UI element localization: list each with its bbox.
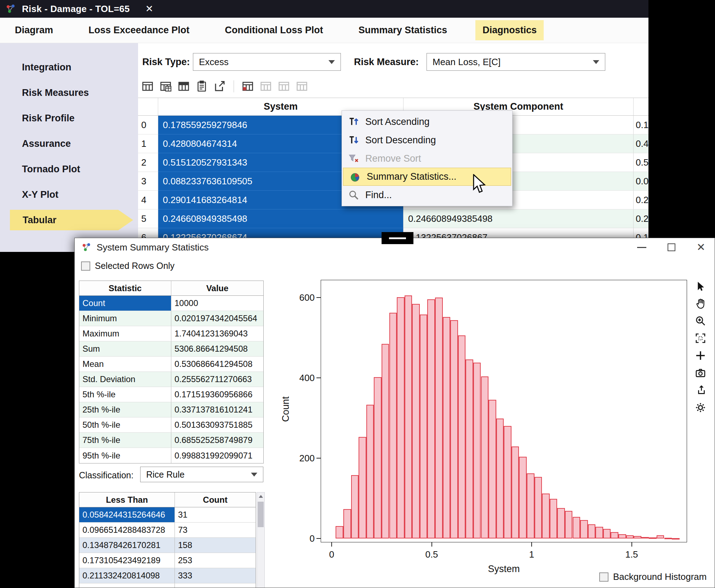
context-menu-item-sort-descending[interactable]: Sort Descending	[342, 131, 512, 149]
stat-value-cell[interactable]: 0.171519360956866	[171, 387, 263, 402]
scrollbar[interactable]	[257, 492, 265, 588]
checkbox-unchecked-icon[interactable]	[599, 572, 608, 582]
third-column-cell[interactable]: 0.4	[634, 134, 648, 153]
class-count-cell[interactable]: 333	[175, 568, 256, 583]
snapshot-camera-icon[interactable]	[694, 367, 707, 379]
stat-value-cell[interactable]: 10000	[171, 296, 263, 311]
class-count-cell[interactable]: 253	[175, 553, 256, 568]
sort-ascending-icon	[342, 116, 365, 127]
stat-name-cell[interactable]: Minimum	[79, 311, 171, 326]
selected-rows-only-checkbox[interactable]: Selected Rows Only	[81, 261, 175, 271]
window-drag-handle[interactable]	[382, 232, 413, 244]
less-than-cell[interactable]: 0.0966514288483728	[79, 523, 175, 537]
pan-hand-tool-icon[interactable]	[694, 297, 707, 310]
checkbox-unchecked-icon[interactable]	[81, 261, 90, 271]
menu-tab-diagram[interactable]: Diagram	[8, 20, 60, 40]
fit-view-icon[interactable]	[694, 332, 707, 345]
row-header[interactable]: 5	[138, 209, 158, 228]
stat-value-cell[interactable]: 0.685525258749879	[171, 433, 263, 448]
row-header[interactable]: 4	[138, 191, 158, 209]
sidebar-item-tabular[interactable]: Tabular	[0, 207, 138, 233]
sidebar-item-label: X-Y Plot	[22, 189, 58, 200]
menu-tab-summary-statistics[interactable]: Summary Statistics	[351, 20, 454, 40]
maximize-icon[interactable]	[668, 243, 675, 251]
paste-icon[interactable]	[195, 80, 208, 93]
format-table-icon[interactable]	[241, 80, 254, 93]
sidebar-item-integration[interactable]: Integration	[0, 54, 138, 80]
less-than-cell[interactable]: 0.134878426170281	[79, 538, 175, 553]
histogram-plot[interactable]: 00.511.50200400600	[321, 280, 687, 542]
third-column-cell[interactable]: 0.2	[634, 191, 648, 209]
select-table-icon[interactable]	[177, 80, 190, 93]
dialog-title: System Summary Statistics	[97, 242, 208, 253]
third-column-cell[interactable]: 0.2	[634, 209, 648, 228]
row-header[interactable]: 2	[138, 153, 158, 172]
row-header[interactable]: 3	[138, 172, 158, 191]
background-histogram-checkbox[interactable]: Background Histogram	[599, 571, 707, 582]
minimize-icon[interactable]	[637, 247, 646, 248]
stat-value-cell[interactable]: 5306.86641294508	[171, 341, 263, 356]
table-grid-icon[interactable]	[141, 80, 154, 93]
class-count-cell[interactable]: 158	[175, 538, 256, 553]
plot-settings-gear-icon[interactable]	[694, 401, 707, 414]
less-than-cell[interactable]: 0.211332420814098	[79, 568, 175, 583]
scrollbar-thumb[interactable]	[258, 502, 264, 527]
row-header[interactable]: 0	[138, 116, 158, 134]
stat-name-cell[interactable]: Sum	[79, 341, 171, 356]
sidebar-item-assurance[interactable]: Assurance	[0, 131, 138, 156]
system-cell-selected[interactable]: 0.246608949385498	[158, 209, 404, 228]
context-menu-item-summary-statistics[interactable]: Summary Statistics...	[343, 168, 511, 186]
export-plot-icon[interactable]	[694, 384, 707, 397]
zoom-tool-icon[interactable]	[694, 315, 707, 327]
risk-type-dropdown[interactable]: Excess	[193, 53, 341, 71]
stat-value-cell[interactable]: 0.998831992099071	[171, 448, 263, 463]
stat-name-cell[interactable]: 25th %-ile	[79, 402, 171, 417]
stat-name-cell[interactable]: 75th %-ile	[79, 433, 171, 448]
less-than-cell[interactable]: 0.173105423492189	[79, 553, 175, 568]
close-icon[interactable]: ✕	[697, 242, 705, 253]
stat-name-cell[interactable]: Std. Deviation	[79, 372, 171, 387]
context-menu-item-find[interactable]: Find...	[342, 186, 512, 204]
class-count-cell[interactable]: 31	[175, 507, 256, 522]
stat-name-cell[interactable]: Maximum	[79, 326, 171, 341]
stat-value-cell[interactable]: 0.255562711270663	[171, 372, 263, 387]
class-count-cell[interactable]: 73	[175, 523, 256, 537]
scroll-up-arrow-icon[interactable]	[257, 492, 264, 500]
stat-value-cell[interactable]: 0.530686641294508	[171, 357, 263, 371]
stat-value-cell[interactable]: 0.501363093751885	[171, 417, 263, 432]
x-tick-label: 1	[529, 549, 534, 560]
stat-name-cell[interactable]: 5th %-ile	[79, 387, 171, 402]
copy-table-icon[interactable]	[159, 80, 172, 93]
sidebar-item-x-y-plot[interactable]: X-Y Plot	[0, 182, 138, 207]
less-than-cell[interactable]: 0.249559418136006	[79, 583, 175, 588]
third-column-cell[interactable]: 0.0	[634, 172, 648, 191]
stat-name-cell[interactable]: Mean	[79, 357, 171, 371]
stat-value-cell[interactable]: 0.0201974342045564	[171, 311, 263, 326]
third-column-cell[interactable]: 0.5	[634, 153, 648, 172]
component-cell[interactable]: 0.246608949385498	[404, 209, 634, 228]
stat-name-cell[interactable]: 50th %-ile	[79, 417, 171, 432]
stat-value-cell[interactable]: 1.74041231369043	[171, 326, 263, 341]
classification-dropdown[interactable]: Rice Rule	[140, 467, 263, 482]
sidebar-item-tornado-plot[interactable]: Tornado Plot	[0, 156, 138, 182]
menu-tab-diagnostics[interactable]: Diagnostics	[475, 20, 544, 40]
context-menu-item-sort-ascending[interactable]: Sort Ascending	[342, 113, 512, 131]
pointer-tool-icon[interactable]	[694, 280, 707, 293]
sidebar-item-risk-measures[interactable]: Risk Measures	[0, 80, 138, 105]
third-column-cell[interactable]: 0.1	[634, 116, 648, 134]
risk-measure-dropdown[interactable]: Mean Loss, E[C]	[427, 53, 605, 71]
row-header[interactable]: 1	[138, 134, 158, 153]
menu-tab-conditional-loss-plot[interactable]: Conditional Loss Plot	[218, 20, 330, 40]
stat-name-cell[interactable]: Count	[79, 296, 171, 311]
crosshair-tool-icon[interactable]	[694, 349, 707, 362]
active-tab-banner: Tabular	[10, 210, 133, 230]
stat-name-cell[interactable]: 95th %-ile	[79, 448, 171, 463]
sidebar-item-risk-profile[interactable]: Risk Profile	[0, 105, 138, 131]
share-export-icon[interactable]	[213, 80, 227, 93]
stat-value-cell[interactable]: 0.337137816101241	[171, 402, 263, 417]
less-than-cell[interactable]: 0.0584244315264646	[79, 507, 175, 522]
class-count-cell[interactable]: 402	[175, 583, 256, 588]
tab-close-icon[interactable]: ✕	[145, 3, 154, 15]
table-row: 50.2466089493854980.2466089493854980.2	[138, 209, 648, 228]
menu-tab-loss-exceedance-plot[interactable]: Loss Exceedance Plot	[81, 20, 196, 40]
